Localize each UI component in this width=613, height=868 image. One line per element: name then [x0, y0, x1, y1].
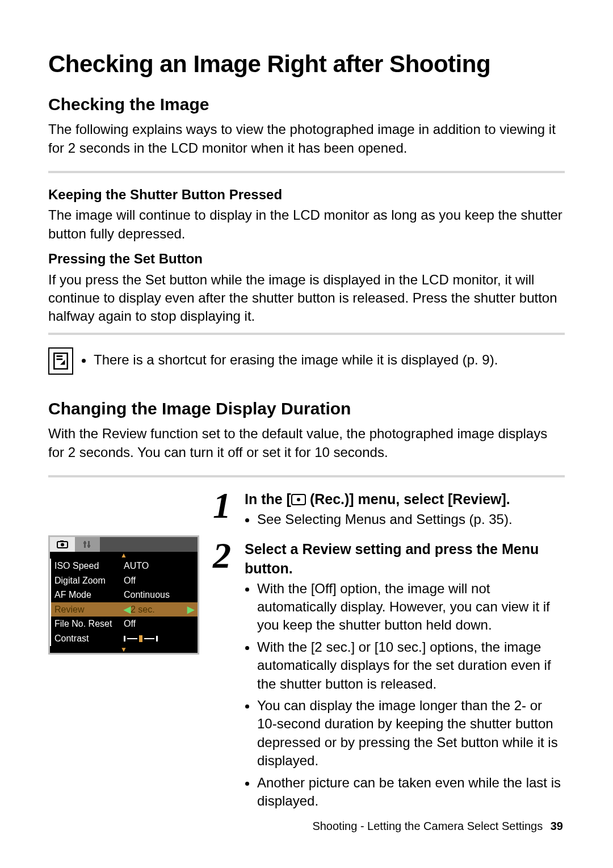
scroll-down-icon: ▼: [50, 646, 198, 653]
step-2-bullet-3: You can display the image longer than th…: [257, 697, 565, 770]
footer-chapter: Shooting - Letting the Camera Select Set…: [312, 820, 543, 832]
camera-menu-screenshot: ▲ ISO SpeedAUTO Digital ZoomOff AF ModeC…: [48, 535, 199, 655]
svg-rect-10: [87, 545, 90, 547]
svg-rect-5: [60, 540, 64, 542]
scroll-up-icon: ▲: [50, 552, 198, 559]
paragraph-set-button: If you press the Set button while the im…: [48, 271, 565, 326]
step-1-bullet: See Selecting Menus and Settings (p. 35)…: [257, 510, 565, 529]
step-2-bullet-2: With the [2 sec.] or [10 sec.] options, …: [257, 638, 565, 693]
svg-rect-7: [84, 541, 86, 548]
menu-item-digital-zoom: Digital ZoomOff: [50, 573, 198, 588]
step-2-bullet-4: Another picture can be taken even while …: [257, 774, 565, 811]
step-number-2: 2: [213, 541, 237, 570]
step-2-title: Select a Review setting and press the Me…: [245, 540, 565, 578]
subheading-set-button: Pressing the Set Button: [48, 250, 565, 268]
menu-item-af-mode: AF ModeContinuous: [50, 588, 198, 602]
divider: [48, 475, 565, 477]
right-arrow-icon: ▶: [187, 603, 194, 616]
svg-point-6: [61, 543, 64, 547]
svg-rect-9: [83, 542, 86, 544]
tip-block: There is a shortcut for erasing the imag…: [48, 347, 565, 375]
page-title: Checking an Image Right after Shooting: [48, 48, 565, 81]
menu-tab-rec: [50, 537, 75, 552]
left-arrow-icon: ◀: [124, 605, 131, 614]
paragraph-shutter: The image will continue to display in th…: [48, 206, 565, 243]
section-intro-checking: The following explains ways to view the …: [48, 120, 565, 157]
divider: [48, 333, 565, 335]
camera-icon: [291, 494, 306, 505]
note-icon: [48, 347, 73, 375]
subheading-shutter: Keeping the Shutter Button Pressed: [48, 186, 565, 204]
divider: [48, 171, 565, 173]
section-intro-duration: With the Review function set to the defa…: [48, 425, 565, 462]
step-1-title: In the [ (Rec.)] menu, select [Review].: [245, 490, 565, 509]
menu-item-contrast: Contrast: [50, 631, 198, 646]
svg-rect-8: [88, 541, 90, 548]
section-heading-duration: Changing the Image Display Duration: [48, 397, 565, 421]
menu-item-iso: ISO SpeedAUTO: [50, 559, 198, 573]
section-heading-checking: Checking the Image: [48, 93, 565, 116]
contrast-slider: [124, 632, 194, 645]
menu-item-file-no-reset: File No. ResetOff: [50, 617, 198, 631]
step-2-bullet-1: With the [Off] option, the image will no…: [257, 580, 565, 635]
svg-marker-3: [60, 360, 65, 365]
page-number: 39: [551, 820, 563, 832]
menu-item-review-selected: Review ◀2 sec. ▶: [50, 602, 198, 617]
step-number-1: 1: [213, 491, 237, 520]
tip-text: There is a shortcut for erasing the imag…: [94, 351, 498, 369]
menu-tab-setup: [75, 537, 100, 552]
